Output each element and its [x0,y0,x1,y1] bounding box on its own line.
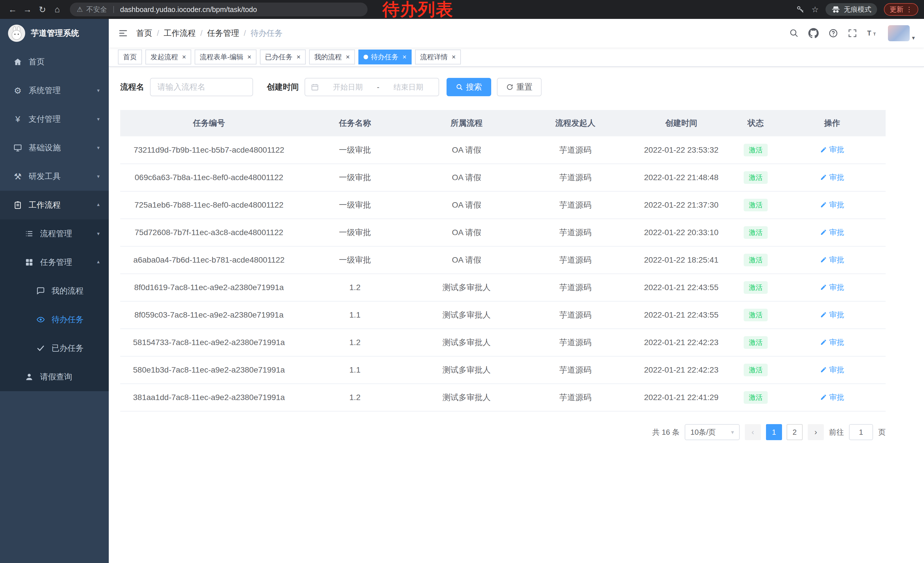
tab-1[interactable]: 发起流程× [146,50,191,65]
sidebar-item-done-task[interactable]: 已办任务 [0,334,109,363]
approve-button[interactable]: 审批 [820,392,844,402]
approve-button[interactable]: 审批 [820,310,844,320]
next-page-button[interactable]: › [808,424,824,440]
table-row: a6aba0a4-7b6d-11ec-b781-acde48001122一级审批… [120,246,886,274]
approve-button[interactable]: 审批 [820,173,844,182]
browser-forward-icon[interactable]: → [21,3,34,17]
date-range-picker[interactable]: 开始日期 - 结束日期 [304,78,439,96]
close-icon[interactable]: × [182,54,186,60]
status-cell: 激活 [733,356,778,384]
sidebar-item-payment-management[interactable]: ¥支付管理▾ [0,105,109,134]
sidebar-item-infrastructure[interactable]: 基础设施▾ [0,134,109,162]
security-label[interactable]: 不安全 [87,5,107,14]
github-icon[interactable] [808,28,819,38]
reset-button-label: 重置 [516,82,532,93]
user-avatar-menu[interactable]: ▾ [888,25,915,41]
close-icon[interactable]: × [452,54,456,60]
goto-label: 前往 [829,427,844,437]
process-name-input[interactable] [150,78,253,96]
search-button[interactable]: 搜索 [447,78,491,96]
url-text[interactable]: dashboard.yudao.iocoder.cn/bpm/task/todo [120,6,257,14]
fullscreen-icon[interactable] [848,29,857,38]
approve-button[interactable]: 审批 [820,200,844,210]
status-cell: 激活 [733,164,778,191]
created-time: 2022-01-21 22:42:23 [630,329,733,356]
sidebar-item-task-management[interactable]: 任务管理▾ [0,248,109,277]
edit-icon [820,201,827,208]
approve-button[interactable]: 审批 [820,145,844,155]
approve-button[interactable]: 审批 [820,227,844,237]
person-icon [23,372,36,381]
tab-0[interactable]: 首页 [118,50,142,65]
search-icon[interactable] [789,29,799,38]
browser-menu-icon[interactable]: ⋮ [906,6,912,14]
bookmark-star-icon[interactable]: ☆ [812,5,819,14]
tab-4[interactable]: 我的流程× [309,50,355,65]
sidebar-item-leave-query[interactable]: 请假查询 [0,363,109,391]
approve-label: 审批 [829,310,844,320]
breadcrumb-item[interactable]: 首页 [136,28,152,39]
page-size-select[interactable]: 10条/页 ▾ [685,424,740,440]
initiator: 芋道源码 [521,219,630,246]
table-row: 8f059c03-7ac8-11ec-a9e2-a2380e71991a1.1测… [120,301,886,329]
action-cell: 审批 [778,329,886,356]
sidebar-item-label: 支付管理 [28,114,61,125]
tab-5[interactable]: 待办任务× [358,50,412,65]
start-date-placeholder[interactable]: 开始日期 [324,82,372,92]
font-size-icon[interactable]: TT [867,29,878,38]
chrome-update-button[interactable]: 更新 ⋮ [884,3,918,16]
message-icon [34,287,47,295]
tab-label: 待办任务 [371,53,399,62]
sidebar-item-process-management[interactable]: 流程管理▾ [0,219,109,248]
password-key-icon[interactable] [796,5,805,14]
tab-3[interactable]: 已办任务× [260,50,306,65]
close-icon[interactable]: × [346,54,350,60]
status-badge: 激活 [744,199,768,211]
sidebar-item-my-process[interactable]: 我的流程 [0,277,109,305]
page-button-1[interactable]: 1 [766,424,782,440]
help-icon[interactable] [828,29,838,38]
close-icon[interactable]: × [248,54,251,60]
task-id: 8f059c03-7ac8-11ec-a9e2-a2380e71991a [120,301,298,329]
sidebar-item-todo-task[interactable]: 待办任务 [0,305,109,334]
reset-button[interactable]: 重置 [497,78,542,96]
end-date-placeholder[interactable]: 结束日期 [384,82,433,92]
table-row: 75d72608-7b7f-11ec-a3c8-acde48001122一级审批… [120,219,886,246]
page-size-value: 10条/页 [690,427,716,437]
monitor-icon [12,144,24,152]
breadcrumb-separator: / [244,29,246,38]
breadcrumb-item[interactable]: 任务管理 [207,28,239,39]
approve-button[interactable]: 审批 [820,337,844,347]
task-name: 1.2 [298,329,412,356]
approve-button[interactable]: 审批 [820,255,844,265]
page-button-2[interactable]: 2 [787,424,802,440]
edit-icon [820,339,827,346]
browser-back-icon[interactable]: ← [6,3,20,17]
column-header: 操作 [778,110,886,136]
address-bar[interactable]: ⚠ 不安全 dashboard.yudao.iocoder.cn/bpm/tas… [70,3,368,17]
browser-reload-icon[interactable]: ↻ [36,3,49,17]
close-icon[interactable]: × [297,54,300,60]
list-icon [23,230,36,238]
sidebar-item-home[interactable]: 首页 [0,48,109,76]
sidebar-item-workflow[interactable]: 工作流程▾ [0,191,109,219]
sidebar-item-dev-tools[interactable]: ⚒研发工具▾ [0,162,109,191]
tab-6[interactable]: 流程详情× [415,50,461,65]
goto-page-input[interactable] [849,424,873,440]
browser-home-icon[interactable]: ⌂ [50,3,64,17]
sidebar-item-system-management[interactable]: ⚙系统管理▾ [0,76,109,105]
action-cell: 审批 [778,356,886,384]
avatar[interactable] [888,25,910,41]
approve-button[interactable]: 审批 [820,282,844,293]
check-icon [34,344,47,353]
sidebar-collapse-icon[interactable] [118,28,128,38]
incognito-icon [831,6,840,14]
sidebar-item-label: 已办任务 [51,343,84,354]
app-window: ← → ↻ ⌂ ⚠ 不安全 dashboard.yudao.iocoder.cn… [0,0,924,563]
tab-2[interactable]: 流程表单-编辑× [195,50,256,65]
prev-page-button[interactable]: ‹ [745,424,761,440]
breadcrumb-item[interactable]: 工作流程 [164,28,196,39]
close-icon[interactable]: × [402,54,406,60]
approve-label: 审批 [829,365,844,375]
approve-button[interactable]: 审批 [820,365,844,375]
